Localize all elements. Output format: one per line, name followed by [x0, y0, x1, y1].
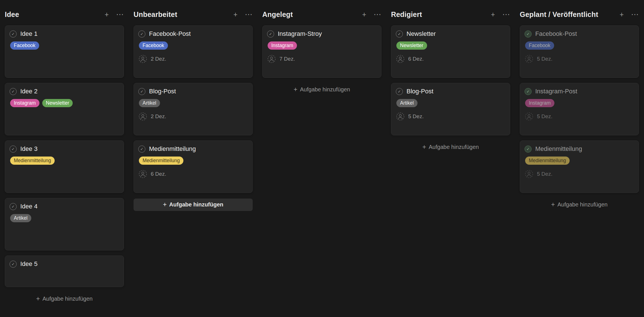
- board-column-redigiert: Redigiert + ⋯ ✓ Newsletter Newsletter: [386, 10, 515, 153]
- card-list: ✓ Idee 1 Facebook ✓ Idee 2 Instagram New…: [5, 25, 124, 287]
- card-list: ✓ Newsletter Newsletter 6 Dez. ✓ Blog-Po…: [391, 25, 510, 135]
- assignee-icon: [525, 170, 533, 178]
- plus-icon: +: [36, 296, 40, 302]
- card-title: Blog-Post: [407, 88, 433, 95]
- tag: Instagram: [10, 99, 39, 107]
- board-column-unbearbeitet: Unbearbeitet + ⋯ ✓ Facebook-Post Faceboo…: [129, 10, 257, 211]
- column-title[interactable]: Angelegt: [262, 10, 293, 19]
- add-card-button[interactable]: + Aufgabe hinzufügen: [134, 199, 253, 211]
- assignee-icon: [525, 55, 533, 63]
- card-title: Medienmitteilung: [535, 145, 582, 153]
- card-title: Instagram-Post: [535, 88, 577, 95]
- ellipsis-icon: ⋯: [245, 10, 253, 19]
- column-menu-button[interactable]: ⋯: [631, 11, 639, 18]
- plus-icon: +: [294, 86, 297, 93]
- due-date: 7 Dez.: [279, 56, 295, 62]
- column-header: Redigiert + ⋯: [391, 10, 510, 19]
- add-card-icon-button[interactable]: +: [233, 11, 237, 18]
- task-card[interactable]: ✓ Medienmitteilung Medienmitteilung 5 De…: [520, 140, 639, 193]
- column-title[interactable]: Idee: [5, 10, 19, 19]
- task-card[interactable]: ✓ Newsletter Newsletter 6 Dez.: [391, 25, 510, 78]
- check-circle-icon: ✓: [10, 146, 17, 153]
- add-card-label: Aufgabe hinzufügen: [300, 86, 350, 93]
- task-card[interactable]: ✓ Idee 1 Facebook: [5, 25, 124, 78]
- column-menu-button[interactable]: ⋯: [374, 11, 381, 18]
- tag: Artikel: [10, 214, 31, 222]
- assignee-icon: [267, 55, 276, 63]
- column-menu-button[interactable]: ⋯: [116, 11, 124, 18]
- task-card[interactable]: ✓ Facebook-Post Facebook 5 Dez.: [520, 25, 639, 78]
- board-column-geplant-veroeffentlicht: Geplant / Veröffentlicht + ⋯ ✓ Facebook-…: [515, 10, 644, 211]
- task-card[interactable]: ✓ Idee 2 Instagram Newsletter: [5, 83, 124, 135]
- card-title: Facebook-Post: [535, 30, 577, 38]
- column-title[interactable]: Unbearbeitet: [134, 10, 177, 19]
- column-menu-button[interactable]: ⋯: [502, 11, 510, 18]
- add-card-icon-button[interactable]: +: [362, 11, 366, 18]
- due-date: 5 Dez.: [537, 171, 552, 177]
- plus-icon: +: [422, 144, 426, 150]
- card-title: Instagram-Stroy: [278, 30, 322, 38]
- column-menu-button[interactable]: ⋯: [245, 11, 253, 18]
- column-title[interactable]: Geplant / Veröffentlicht: [520, 10, 598, 19]
- assignee-icon: [139, 55, 147, 63]
- card-title: Medienmitteilung: [149, 145, 196, 153]
- add-card-label: Aufgabe hinzufügen: [429, 144, 479, 150]
- ellipsis-icon: ⋯: [502, 10, 510, 19]
- tag: Facebook: [10, 41, 39, 50]
- task-card[interactable]: ✓ Instagram-Post Instagram 5 Dez.: [520, 83, 639, 135]
- check-circle-icon: ✓: [10, 261, 17, 268]
- ellipsis-icon: ⋯: [116, 10, 124, 19]
- check-circle-icon: ✓: [267, 30, 274, 38]
- check-circle-icon: ✓: [10, 203, 17, 210]
- task-card[interactable]: ✓ Medienmitteilung Medienmitteilung 6 De…: [134, 140, 253, 193]
- card-title: Facebook-Post: [149, 30, 191, 38]
- plus-icon: +: [163, 201, 166, 208]
- assignee-icon: [396, 55, 405, 63]
- task-card[interactable]: ✓ Blog-Post Artikel 2 Dez.: [134, 83, 253, 135]
- card-list: ✓ Instagram-Stroy Instagram 7 Dez.: [262, 25, 381, 78]
- task-card[interactable]: ✓ Idee 5: [5, 256, 124, 287]
- column-header: Geplant / Veröffentlicht + ⋯: [520, 10, 639, 19]
- tag: Artikel: [139, 99, 160, 107]
- plus-icon: +: [551, 201, 555, 208]
- assignee-icon: [139, 112, 147, 121]
- card-title: Blog-Post: [149, 88, 176, 95]
- add-card-button[interactable]: + Aufgabe hinzufügen: [391, 141, 510, 153]
- check-circle-icon: ✓: [138, 146, 145, 153]
- check-circle-icon: ✓: [138, 88, 145, 95]
- ellipsis-icon: ⋯: [631, 10, 639, 19]
- task-card[interactable]: ✓ Idee 3 Medienmitteilung: [5, 140, 124, 193]
- add-card-label: Aufgabe hinzufügen: [558, 201, 608, 208]
- add-card-icon-button[interactable]: +: [491, 11, 495, 18]
- task-card[interactable]: ✓ Facebook-Post Facebook 2 Dez.: [134, 25, 253, 78]
- column-actions: + ⋯: [233, 11, 253, 18]
- plus-icon: +: [105, 10, 109, 18]
- task-card[interactable]: ✓ Idee 4 Artikel: [5, 198, 124, 250]
- check-circle-icon: ✓: [10, 30, 17, 38]
- plus-icon: +: [491, 10, 495, 18]
- card-title: Idee 3: [20, 145, 37, 153]
- tag: Facebook: [525, 41, 554, 50]
- add-card-button[interactable]: + Aufgabe hinzufügen: [5, 293, 124, 305]
- add-card-button[interactable]: + Aufgabe hinzufügen: [262, 83, 381, 96]
- assignee-icon: [139, 170, 147, 178]
- tag: Newsletter: [42, 99, 73, 107]
- add-card-icon-button[interactable]: +: [105, 11, 109, 18]
- check-circle-icon: ✓: [138, 30, 145, 38]
- column-title[interactable]: Redigiert: [391, 10, 422, 19]
- plus-icon: +: [619, 10, 624, 18]
- check-circle-icon: ✓: [525, 88, 532, 95]
- check-circle-icon: ✓: [525, 30, 532, 38]
- due-date: 5 Dez.: [537, 113, 552, 120]
- task-card[interactable]: ✓ Blog-Post Artikel 5 Dez.: [391, 83, 510, 135]
- card-title: Idee 2: [20, 88, 37, 95]
- due-date: 6 Dez.: [408, 56, 424, 62]
- card-title: Idee 5: [20, 260, 37, 268]
- task-card[interactable]: ✓ Instagram-Stroy Instagram 7 Dez.: [262, 25, 381, 78]
- card-list: ✓ Facebook-Post Facebook 5 Dez. ✓ Instag…: [520, 25, 639, 193]
- check-circle-icon: ✓: [396, 30, 403, 38]
- card-title: Idee 4: [20, 203, 37, 210]
- add-card-button[interactable]: + Aufgabe hinzufügen: [520, 199, 639, 211]
- due-date: 5 Dez.: [537, 56, 552, 62]
- add-card-icon-button[interactable]: +: [619, 11, 624, 18]
